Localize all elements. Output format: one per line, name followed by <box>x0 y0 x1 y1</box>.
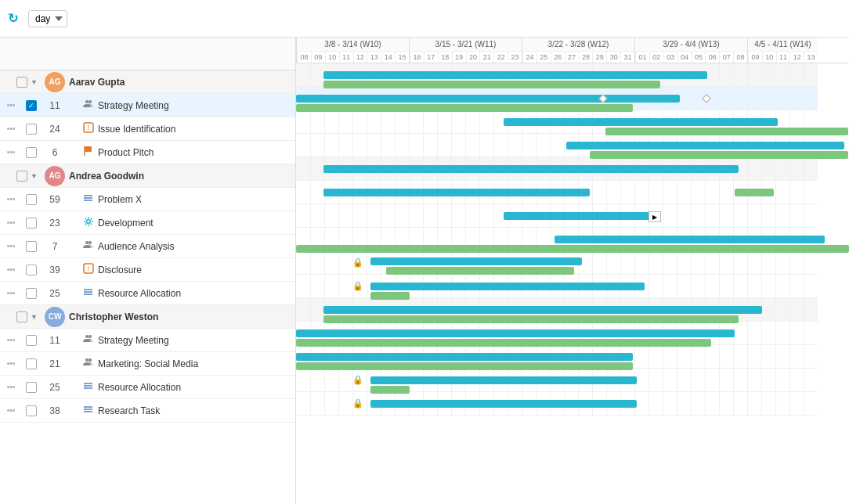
day-bg-cell <box>789 369 804 391</box>
gantt-panel[interactable]: 3/8 - 3/14 (W10)08091011121314153/15 - 3… <box>296 38 849 504</box>
day-bg-cell <box>296 110 310 133</box>
day-bg-cell <box>775 369 789 391</box>
day-bg-cell <box>381 110 395 133</box>
day-bg-cell <box>324 369 338 391</box>
reschedule-icon: ↻ <box>8 11 18 26</box>
task-row: •••11Strategy Meeting <box>0 329 295 352</box>
day-bg-cell <box>775 87 789 110</box>
task-checkbox[interactable] <box>26 288 37 299</box>
person-checkbox[interactable] <box>16 311 27 322</box>
day-cell: 27 <box>565 52 579 63</box>
svg-point-26 <box>89 358 92 362</box>
gantt-rows: ▶🔒🔒🔒🔒 <box>296 63 849 416</box>
dots-menu[interactable]: ••• <box>0 242 22 250</box>
dots-menu[interactable]: ••• <box>0 383 22 391</box>
day-bg-cell <box>310 298 324 321</box>
day-bg-cell <box>775 204 789 227</box>
day-bg-cell <box>761 204 775 227</box>
gantt-bar <box>504 118 778 126</box>
day-bg-cell <box>733 392 747 415</box>
day-bg-cell <box>719 345 733 368</box>
day-bg-cell <box>296 157 310 180</box>
task-number: 7 <box>41 241 69 252</box>
dots-menu[interactable]: ••• <box>0 124 22 133</box>
person-checkbox[interactable] <box>16 77 27 88</box>
expand-col: ▼ <box>0 171 41 182</box>
day-bg-cell <box>634 181 648 203</box>
day-bg-cell <box>761 251 775 274</box>
day-bg-cell <box>310 275 324 297</box>
chevron-down-icon[interactable]: ▼ <box>31 172 38 180</box>
task-checkbox[interactable] <box>26 382 37 393</box>
avatar: AG <box>45 166 65 186</box>
task-checkbox[interactable] <box>26 265 37 275</box>
gantt-bar <box>370 386 410 394</box>
task-checkbox[interactable] <box>26 147 37 158</box>
gantt-bar <box>296 329 735 337</box>
task-checkbox[interactable] <box>26 194 37 205</box>
task-checkbox[interactable] <box>26 218 37 229</box>
task-checkbox[interactable] <box>26 124 37 135</box>
task-number: 21 <box>41 358 69 369</box>
gantt-inner: 3/8 - 3/14 (W10)08091011121314153/15 - 3… <box>296 38 849 416</box>
day-bg-cell <box>775 157 789 180</box>
day-bg-cell <box>606 181 620 203</box>
gantt-row: 🔒 <box>296 369 818 392</box>
day-bg-cell <box>761 157 775 180</box>
svg-point-22 <box>84 293 85 295</box>
svg-point-10 <box>84 197 85 199</box>
chevron-down-icon[interactable]: ▼ <box>31 313 38 321</box>
day-bg-cell <box>747 322 761 344</box>
dots-menu[interactable]: ••• <box>0 406 22 415</box>
list-icon <box>83 380 94 394</box>
task-row: •••25Resource Allocation <box>0 282 295 305</box>
task-checkbox[interactable] <box>26 358 37 369</box>
day-bg-cell <box>719 369 733 391</box>
day-bg-cell <box>705 369 719 391</box>
day-bg-cell <box>691 251 705 274</box>
task-checkbox[interactable] <box>26 241 37 252</box>
day-cell: 19 <box>452 52 466 63</box>
day-bg-cell <box>423 134 437 157</box>
day-bg-cell <box>733 322 747 344</box>
people-icon <box>83 357 94 370</box>
dots-menu[interactable]: ••• <box>0 148 22 157</box>
task-row: •••7Audience Analysis <box>0 235 295 258</box>
dots-menu[interactable]: ••• <box>0 359 22 368</box>
day-bg-cell <box>719 181 733 203</box>
dots-menu[interactable]: ••• <box>0 336 22 344</box>
day-bg-cell <box>310 369 324 391</box>
day-cell: 12 <box>353 52 367 63</box>
day-bg-cell <box>296 392 310 415</box>
task-name-col: !Issue Identification <box>83 122 295 135</box>
dots-menu[interactable]: ••• <box>0 289 22 297</box>
day-bg-cell <box>733 204 747 227</box>
gantt-bar <box>370 257 582 265</box>
gantt-bar <box>370 283 645 290</box>
gantt-bar <box>323 71 707 79</box>
task-checkbox[interactable] <box>26 405 37 416</box>
chevron-down-icon[interactable]: ▼ <box>31 78 38 86</box>
task-checkbox[interactable]: ✓ <box>26 100 37 111</box>
day-bg-cell <box>296 251 310 274</box>
task-check-col <box>22 405 41 416</box>
day-select[interactable]: day <box>28 10 67 27</box>
task-checkbox[interactable] <box>26 335 37 346</box>
day-bg-cell <box>677 251 691 274</box>
day-cell: 31 <box>620 52 634 63</box>
dots-menu[interactable]: ••• <box>0 218 22 227</box>
day-bg-cell <box>775 63 789 86</box>
task-name-col: Strategy Meeting <box>83 99 295 112</box>
dots-menu[interactable]: ••• <box>0 101 22 110</box>
task-row: •••24!Issue Identification <box>0 117 295 141</box>
day-bg-cell <box>677 181 691 203</box>
svg-point-23 <box>85 335 89 338</box>
reschedule-button[interactable]: ↻ <box>8 11 22 26</box>
person-checkbox[interactable] <box>16 171 27 182</box>
flag-icon <box>83 146 94 159</box>
day-bg-cell <box>324 275 338 297</box>
day-bg-cell <box>648 392 663 415</box>
dots-menu[interactable]: ••• <box>0 265 22 274</box>
dots-menu[interactable]: ••• <box>0 195 22 203</box>
day-cell: 26 <box>551 52 565 63</box>
